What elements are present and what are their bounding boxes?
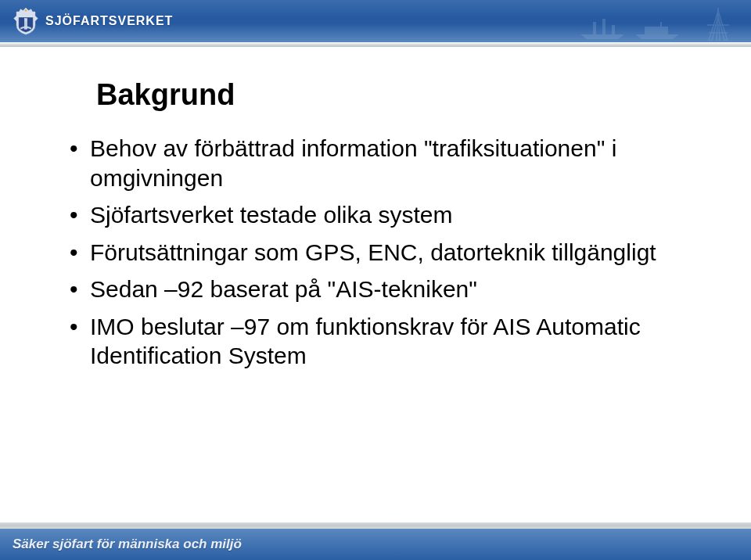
list-item: Sedan –92 baserat på "AIS-tekniken"	[66, 275, 704, 304]
svg-point-2	[25, 19, 27, 21]
bullet-list: Behov av förbättrad information "trafiks…	[66, 134, 704, 371]
page-title: Bakgrund	[96, 78, 704, 112]
list-item-text: Behov av förbättrad information "trafiks…	[90, 134, 704, 192]
content-area: Bakgrund Behov av förbättrad information…	[66, 78, 704, 379]
brand-emblem-icon	[13, 6, 39, 36]
slide: SJÖFARTSVERKET Bakgrund Behov av förbätt…	[0, 0, 751, 560]
list-item-text: Förutsättningar som GPS, ENC, datortekni…	[90, 238, 704, 267]
svg-point-0	[24, 9, 27, 12]
divider-bottom	[0, 522, 751, 529]
footer-tagline: Säker sjöfart för människa och miljö	[13, 537, 242, 552]
list-item: IMO beslutar –97 om funktionskrav för AI…	[66, 312, 704, 371]
list-item-text: Sedan –92 baserat på "AIS-tekniken"	[90, 275, 704, 304]
list-item-text: Sjöfartsverket testade olika system	[90, 200, 704, 230]
footer-bar: Säker sjöfart för människa och miljö	[0, 529, 751, 560]
brand-wordmark: SJÖFARTSVERKET	[45, 14, 173, 28]
header-bar: SJÖFARTSVERKET	[0, 0, 751, 42]
list-item: Sjöfartsverket testade olika system	[66, 200, 704, 230]
list-item: Förutsättningar som GPS, ENC, datortekni…	[66, 238, 704, 267]
list-item: Behov av förbättrad information "trafiks…	[66, 134, 704, 192]
brand-logo-area: SJÖFARTSVERKET	[13, 6, 173, 36]
divider-top	[0, 42, 751, 47]
list-item-text: IMO beslutar –97 om funktionskrav för AI…	[90, 312, 704, 371]
